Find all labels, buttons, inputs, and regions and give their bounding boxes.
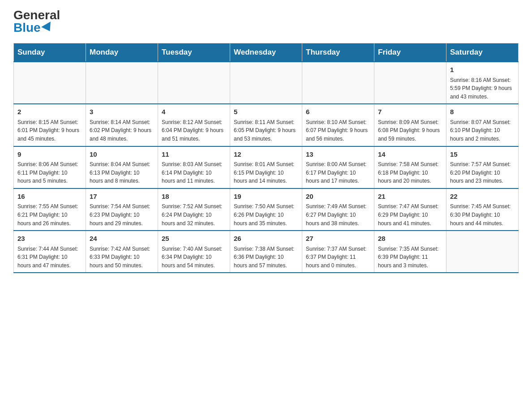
day-number: 3 (90, 107, 154, 117)
calendar-cell: 28Sunrise: 7:35 AM Sunset: 6:39 PM Dayli… (374, 231, 446, 273)
calendar-cell: 27Sunrise: 7:37 AM Sunset: 6:37 PM Dayli… (302, 231, 374, 273)
calendar-cell: 10Sunrise: 8:04 AM Sunset: 6:13 PM Dayli… (86, 146, 158, 188)
day-number: 2 (17, 107, 82, 117)
day-info: Sunrise: 7:49 AM Sunset: 6:27 PM Dayligh… (306, 202, 370, 227)
day-number: 25 (162, 234, 226, 244)
calendar-week-row: 1Sunrise: 8:16 AM Sunset: 5:59 PM Daylig… (14, 62, 519, 104)
calendar-cell: 2Sunrise: 8:15 AM Sunset: 6:01 PM Daylig… (14, 104, 86, 146)
day-of-week-sunday: Sunday (14, 43, 86, 62)
calendar-cell: 23Sunrise: 7:44 AM Sunset: 6:31 PM Dayli… (14, 231, 86, 273)
day-number: 27 (306, 234, 370, 244)
calendar-cell: 11Sunrise: 8:03 AM Sunset: 6:14 PM Dayli… (158, 146, 230, 188)
day-info: Sunrise: 8:07 AM Sunset: 6:10 PM Dayligh… (450, 118, 515, 143)
day-number: 8 (450, 107, 515, 117)
day-number: 14 (378, 150, 442, 160)
day-info: Sunrise: 7:44 AM Sunset: 6:31 PM Dayligh… (17, 245, 82, 270)
calendar-cell: 13Sunrise: 8:00 AM Sunset: 6:17 PM Dayli… (302, 146, 374, 188)
calendar-cell: 1Sunrise: 8:16 AM Sunset: 5:59 PM Daylig… (446, 62, 519, 104)
day-info: Sunrise: 7:37 AM Sunset: 6:37 PM Dayligh… (306, 245, 370, 270)
calendar-cell: 26Sunrise: 7:38 AM Sunset: 6:36 PM Dayli… (230, 231, 302, 273)
logo: General Blue (13, 9, 60, 34)
day-info: Sunrise: 7:35 AM Sunset: 6:39 PM Dayligh… (378, 245, 442, 270)
logo-blue-text: Blue (13, 21, 53, 34)
day-number: 23 (17, 234, 82, 244)
calendar-week-row: 23Sunrise: 7:44 AM Sunset: 6:31 PM Dayli… (14, 231, 519, 273)
calendar-cell (302, 62, 374, 104)
calendar-cell: 3Sunrise: 8:14 AM Sunset: 6:02 PM Daylig… (86, 104, 158, 146)
day-info: Sunrise: 7:54 AM Sunset: 6:23 PM Dayligh… (90, 202, 154, 227)
day-number: 13 (306, 150, 370, 160)
day-info: Sunrise: 7:50 AM Sunset: 6:26 PM Dayligh… (234, 202, 298, 227)
calendar-cell: 22Sunrise: 7:45 AM Sunset: 6:30 PM Dayli… (446, 188, 519, 231)
day-info: Sunrise: 7:57 AM Sunset: 6:20 PM Dayligh… (450, 160, 515, 185)
day-info: Sunrise: 8:06 AM Sunset: 6:11 PM Dayligh… (17, 160, 82, 185)
day-number: 11 (162, 150, 226, 160)
day-of-week-wednesday: Wednesday (230, 43, 302, 62)
calendar-cell: 20Sunrise: 7:49 AM Sunset: 6:27 PM Dayli… (302, 188, 374, 231)
day-of-week-friday: Friday (374, 43, 446, 62)
calendar-cell: 24Sunrise: 7:42 AM Sunset: 6:33 PM Dayli… (86, 231, 158, 273)
day-number: 26 (234, 234, 298, 244)
calendar-cell: 5Sunrise: 8:11 AM Sunset: 6:05 PM Daylig… (230, 104, 302, 146)
day-info: Sunrise: 8:12 AM Sunset: 6:04 PM Dayligh… (162, 118, 226, 143)
day-of-week-thursday: Thursday (302, 43, 374, 62)
calendar-week-row: 2Sunrise: 8:15 AM Sunset: 6:01 PM Daylig… (14, 104, 519, 146)
day-number: 17 (90, 192, 154, 202)
calendar-cell (446, 231, 519, 273)
day-info: Sunrise: 8:10 AM Sunset: 6:07 PM Dayligh… (306, 118, 370, 143)
calendar-week-row: 16Sunrise: 7:55 AM Sunset: 6:21 PM Dayli… (14, 188, 519, 231)
day-number: 21 (378, 192, 442, 202)
day-number: 12 (234, 150, 298, 160)
day-number: 7 (378, 107, 442, 117)
day-info: Sunrise: 7:47 AM Sunset: 6:29 PM Dayligh… (378, 202, 442, 227)
day-number: 6 (306, 107, 370, 117)
calendar-cell: 12Sunrise: 8:01 AM Sunset: 6:15 PM Dayli… (230, 146, 302, 188)
calendar-cell: 14Sunrise: 7:58 AM Sunset: 6:18 PM Dayli… (374, 146, 446, 188)
day-info: Sunrise: 8:09 AM Sunset: 6:08 PM Dayligh… (378, 118, 442, 143)
day-of-week-tuesday: Tuesday (158, 43, 230, 62)
calendar-cell: 4Sunrise: 8:12 AM Sunset: 6:04 PM Daylig… (158, 104, 230, 146)
day-number: 1 (450, 65, 515, 75)
day-number: 28 (378, 234, 442, 244)
calendar-cell: 9Sunrise: 8:06 AM Sunset: 6:11 PM Daylig… (14, 146, 86, 188)
calendar-cell: 15Sunrise: 7:57 AM Sunset: 6:20 PM Dayli… (446, 146, 519, 188)
calendar-cell: 18Sunrise: 7:52 AM Sunset: 6:24 PM Dayli… (158, 188, 230, 231)
calendar-cell: 19Sunrise: 7:50 AM Sunset: 6:26 PM Dayli… (230, 188, 302, 231)
day-info: Sunrise: 7:38 AM Sunset: 6:36 PM Dayligh… (234, 245, 298, 270)
day-info: Sunrise: 8:04 AM Sunset: 6:13 PM Dayligh… (90, 160, 154, 185)
day-info: Sunrise: 7:45 AM Sunset: 6:30 PM Dayligh… (450, 202, 515, 227)
day-number: 18 (162, 192, 226, 202)
calendar-cell (230, 62, 302, 104)
day-info: Sunrise: 7:52 AM Sunset: 6:24 PM Dayligh… (162, 202, 226, 227)
day-number: 24 (90, 234, 154, 244)
calendar-cell: 8Sunrise: 8:07 AM Sunset: 6:10 PM Daylig… (446, 104, 519, 146)
calendar-cell: 6Sunrise: 8:10 AM Sunset: 6:07 PM Daylig… (302, 104, 374, 146)
day-number: 15 (450, 150, 515, 160)
calendar-cell (86, 62, 158, 104)
day-info: Sunrise: 7:55 AM Sunset: 6:21 PM Dayligh… (17, 202, 82, 227)
day-number: 16 (17, 192, 82, 202)
day-info: Sunrise: 8:03 AM Sunset: 6:14 PM Dayligh… (162, 160, 226, 185)
calendar-cell (14, 62, 86, 104)
day-of-week-monday: Monday (86, 43, 158, 62)
day-info: Sunrise: 7:58 AM Sunset: 6:18 PM Dayligh… (378, 160, 442, 185)
day-number: 5 (234, 107, 298, 117)
page-header: General Blue (13, 9, 519, 34)
day-number: 4 (162, 107, 226, 117)
calendar-cell: 21Sunrise: 7:47 AM Sunset: 6:29 PM Dayli… (374, 188, 446, 231)
logo-arrow-icon (41, 21, 55, 34)
day-number: 9 (17, 150, 82, 160)
day-info: Sunrise: 8:14 AM Sunset: 6:02 PM Dayligh… (90, 118, 154, 143)
calendar-header-row: SundayMondayTuesdayWednesdayThursdayFrid… (14, 43, 519, 62)
day-info: Sunrise: 8:00 AM Sunset: 6:17 PM Dayligh… (306, 160, 370, 185)
day-number: 20 (306, 192, 370, 202)
day-info: Sunrise: 8:01 AM Sunset: 6:15 PM Dayligh… (234, 160, 298, 185)
calendar-cell (374, 62, 446, 104)
calendar-table: SundayMondayTuesdayWednesdayThursdayFrid… (13, 43, 519, 273)
calendar-week-row: 9Sunrise: 8:06 AM Sunset: 6:11 PM Daylig… (14, 146, 519, 188)
day-info: Sunrise: 8:15 AM Sunset: 6:01 PM Dayligh… (17, 118, 82, 143)
calendar-cell: 7Sunrise: 8:09 AM Sunset: 6:08 PM Daylig… (374, 104, 446, 146)
calendar-cell: 16Sunrise: 7:55 AM Sunset: 6:21 PM Dayli… (14, 188, 86, 231)
logo-general-text: General (13, 9, 60, 21)
day-info: Sunrise: 7:40 AM Sunset: 6:34 PM Dayligh… (162, 245, 226, 270)
